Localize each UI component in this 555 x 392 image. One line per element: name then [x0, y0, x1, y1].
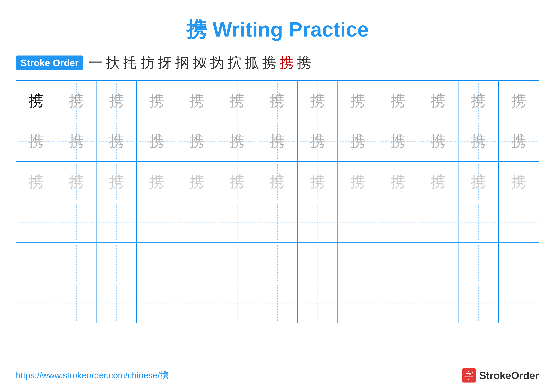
- cell-2-12[interactable]: 携: [459, 121, 499, 161]
- char-guide: 携: [270, 134, 285, 149]
- cell-1-11[interactable]: 携: [418, 81, 458, 121]
- cell-6-12[interactable]: [459, 283, 499, 323]
- cell-3-6[interactable]: 携: [217, 162, 257, 202]
- cell-6-13[interactable]: [499, 283, 539, 323]
- cell-3-4[interactable]: 携: [137, 162, 177, 202]
- cell-3-1[interactable]: 携: [16, 162, 56, 202]
- cell-6-9[interactable]: [338, 283, 378, 323]
- cell-4-3[interactable]: [96, 202, 137, 242]
- cell-1-8[interactable]: 携: [298, 81, 338, 121]
- cell-1-4[interactable]: 携: [137, 81, 177, 121]
- stroke-order-row: Stroke Order 一 㧋 㧌 㧍 㧎 㧏 㧐 㧑 㧒 㧓 携 携 携: [16, 53, 539, 72]
- cell-3-2[interactable]: 携: [56, 162, 96, 202]
- cell-1-13[interactable]: 携: [499, 81, 539, 121]
- cell-4-9[interactable]: [338, 202, 378, 242]
- cell-6-8[interactable]: [298, 283, 338, 323]
- cell-3-3[interactable]: 携: [96, 162, 137, 202]
- cell-2-3[interactable]: 携: [96, 121, 137, 161]
- cell-2-1[interactable]: 携: [16, 121, 56, 161]
- cell-4-8[interactable]: [298, 202, 338, 242]
- stroke-chars: 一 㧋 㧌 㧍 㧎 㧏 㧐 㧑 㧒 㧓 携 携 携: [88, 53, 311, 72]
- cell-3-5[interactable]: 携: [177, 162, 217, 202]
- cell-6-11[interactable]: [418, 283, 458, 323]
- char-guide: 携: [431, 134, 446, 149]
- cell-2-2[interactable]: 携: [56, 121, 96, 161]
- cell-1-9[interactable]: 携: [338, 81, 378, 121]
- cell-2-8[interactable]: 携: [298, 121, 338, 161]
- cell-2-4[interactable]: 携: [137, 121, 177, 161]
- cell-5-10[interactable]: [378, 242, 418, 283]
- char-guide: 携: [471, 174, 486, 189]
- cell-4-4[interactable]: [137, 202, 177, 242]
- cell-4-1[interactable]: [16, 202, 56, 242]
- cell-4-11[interactable]: [418, 202, 458, 242]
- cell-5-3[interactable]: [96, 242, 137, 283]
- cell-1-1[interactable]: 携: [16, 81, 56, 121]
- cell-5-4[interactable]: [137, 242, 177, 283]
- cell-6-6[interactable]: [217, 283, 257, 323]
- cell-5-13[interactable]: [499, 242, 539, 283]
- cell-5-2[interactable]: [56, 242, 96, 283]
- char-dark: 携: [29, 93, 44, 108]
- char-guide: 携: [109, 93, 124, 108]
- cell-1-5[interactable]: 携: [177, 81, 217, 121]
- cell-4-6[interactable]: [217, 202, 257, 242]
- char-guide: 携: [189, 174, 204, 189]
- cell-2-5[interactable]: 携: [177, 121, 217, 161]
- cell-5-8[interactable]: [298, 242, 338, 283]
- cell-3-11[interactable]: 携: [418, 162, 458, 202]
- cell-5-12[interactable]: [459, 242, 499, 283]
- cell-3-7[interactable]: 携: [257, 162, 298, 202]
- cell-1-7[interactable]: 携: [257, 81, 298, 121]
- cell-4-12[interactable]: [459, 202, 499, 242]
- char-guide: 携: [69, 134, 84, 149]
- cell-2-6[interactable]: 携: [217, 121, 257, 161]
- cell-5-9[interactable]: [338, 242, 378, 283]
- cell-3-8[interactable]: 携: [298, 162, 338, 202]
- cell-3-12[interactable]: 携: [459, 162, 499, 202]
- char-guide: 携: [350, 174, 365, 189]
- cell-4-7[interactable]: [257, 202, 298, 242]
- cell-4-10[interactable]: [378, 202, 418, 242]
- cell-6-1[interactable]: [16, 283, 56, 323]
- char-guide: 携: [390, 174, 405, 189]
- cell-1-10[interactable]: 携: [378, 81, 418, 121]
- cell-6-10[interactable]: [378, 283, 418, 323]
- cell-2-13[interactable]: 携: [499, 121, 539, 161]
- cell-2-10[interactable]: 携: [378, 121, 418, 161]
- cell-6-2[interactable]: [56, 283, 96, 323]
- cell-4-13[interactable]: [499, 202, 539, 242]
- char-guide: 携: [431, 174, 446, 189]
- cell-6-4[interactable]: [137, 283, 177, 323]
- cell-1-2[interactable]: 携: [56, 81, 96, 121]
- cell-6-5[interactable]: [177, 283, 217, 323]
- cell-2-9[interactable]: 携: [338, 121, 378, 161]
- cell-6-3[interactable]: [96, 283, 137, 323]
- cell-1-12[interactable]: 携: [459, 81, 499, 121]
- cell-2-11[interactable]: 携: [418, 121, 458, 161]
- stroke-13: 携: [297, 53, 311, 72]
- char-guide: 携: [69, 174, 84, 189]
- cell-1-6[interactable]: 携: [217, 81, 257, 121]
- cell-1-3[interactable]: 携: [96, 81, 137, 121]
- cell-5-6[interactable]: [217, 242, 257, 283]
- stroke-10: 㧓: [245, 53, 259, 72]
- cell-4-5[interactable]: [177, 202, 217, 242]
- cell-2-7[interactable]: 携: [257, 121, 298, 161]
- cell-4-2[interactable]: [56, 202, 96, 242]
- footer-url[interactable]: https://www.strokeorder.com/chinese/携: [16, 370, 169, 381]
- cell-3-13[interactable]: 携: [499, 162, 539, 202]
- stroke-3: 㧌: [123, 53, 137, 72]
- cell-5-1[interactable]: [16, 242, 56, 283]
- char-guide: 携: [149, 134, 164, 149]
- char-guide: 携: [189, 134, 204, 149]
- cell-5-7[interactable]: [257, 242, 298, 283]
- char-guide: 携: [230, 134, 245, 149]
- cell-5-11[interactable]: [418, 242, 458, 283]
- cell-5-5[interactable]: [177, 242, 217, 283]
- cell-3-9[interactable]: 携: [338, 162, 378, 202]
- char-guide: 携: [270, 93, 285, 108]
- cell-6-7[interactable]: [257, 283, 298, 323]
- cell-3-10[interactable]: 携: [378, 162, 418, 202]
- char-guide: 携: [69, 93, 84, 108]
